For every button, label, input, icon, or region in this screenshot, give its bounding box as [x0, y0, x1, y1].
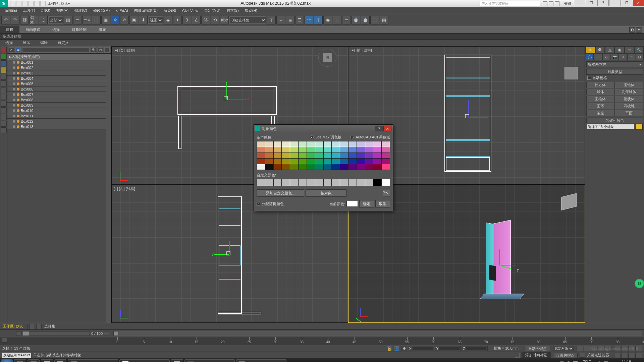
list-item[interactable]: Box005 — [7, 81, 106, 86]
color-swatch[interactable] — [332, 141, 340, 147]
curve-editor-icon[interactable]: 〰 — [305, 16, 313, 24]
close-button[interactable]: ✕ — [633, 0, 644, 6]
color-swatch[interactable] — [265, 147, 273, 153]
color-swatch[interactable] — [382, 153, 390, 158]
cat-geometry-icon[interactable]: ◯ — [586, 54, 594, 60]
color-swatch[interactable] — [274, 164, 282, 170]
qa-save-icon[interactable] — [22, 1, 28, 6]
list-item[interactable]: Box012 — [7, 119, 106, 124]
star-icon[interactable] — [549, 1, 553, 6]
nav-orbit-icon[interactable] — [621, 353, 628, 358]
color-swatch[interactable] — [290, 141, 298, 147]
color-swatch[interactable] — [348, 147, 357, 153]
autogrid-checkbox[interactable] — [587, 76, 591, 80]
snap-toggle-icon[interactable]: 3 — [182, 16, 191, 24]
cat-shapes-icon[interactable]: ◠ — [594, 54, 602, 60]
render-frame-icon[interactable]: ▭ — [342, 16, 351, 24]
ribbon-tab[interactable]: 对象绘制 — [66, 26, 93, 33]
cat-cameras-icon[interactable]: 📷 — [611, 54, 619, 60]
tab-motion-icon[interactable]: ◉ — [615, 47, 624, 53]
color-swatch[interactable] — [324, 153, 332, 158]
render-setup-icon[interactable]: ☼ — [333, 16, 341, 24]
color-swatch[interactable] — [274, 147, 282, 153]
color-swatch[interactable] — [315, 147, 323, 153]
help-button[interactable]: ? — [597, 0, 609, 6]
list-item[interactable]: Box007 — [7, 92, 106, 97]
strip-icon[interactable] — [1, 107, 7, 113]
workspace-label2[interactable]: 工作区: 默认 — [0, 324, 26, 329]
color-swatch[interactable] — [299, 159, 307, 164]
color-swatch[interactable] — [332, 147, 340, 153]
search-input[interactable]: 键入关键字或短语 — [480, 1, 540, 6]
coord-x-input[interactable] — [413, 347, 433, 350]
color-swatch[interactable] — [373, 141, 381, 147]
redo-icon[interactable]: ↷ — [11, 16, 19, 24]
custom-color-slot[interactable] — [357, 179, 365, 186]
color-swatch[interactable] — [282, 153, 290, 158]
viewport-label[interactable]: [+] [前] [线框] — [351, 48, 372, 53]
add-custom-color-button[interactable]: 添加自定义颜色... — [257, 189, 304, 197]
minimize2-button[interactable]: — — [609, 0, 621, 6]
infocenter-icon[interactable] — [543, 1, 547, 6]
qa-redo-icon[interactable] — [34, 1, 40, 6]
color-swatch[interactable] — [357, 153, 365, 158]
color-swatch[interactable] — [365, 147, 373, 153]
menu-item[interactable]: Civil View — [180, 9, 200, 13]
taskbar-item[interactable] — [54, 359, 66, 362]
eyedropper-icon[interactable]: ✎ — [383, 190, 390, 196]
timeline-ruler[interactable]: 0510152025303540455055606570758085909510… — [0, 337, 644, 345]
color-swatch[interactable] — [373, 164, 381, 170]
cat-systems-icon[interactable]: ⚙ — [636, 54, 644, 60]
nav-minmax-icon[interactable] — [635, 353, 642, 358]
current-color-swatch[interactable] — [346, 201, 358, 207]
layer-explorer-icon[interactable]: ☰ — [295, 16, 304, 24]
list-item[interactable]: Box006 — [7, 86, 106, 92]
key-icon[interactable] — [580, 353, 585, 358]
color-swatch[interactable] — [315, 164, 323, 170]
color-swatch[interactable] — [365, 153, 373, 158]
viewcube[interactable] — [565, 67, 578, 79]
custom-color-slot[interactable] — [307, 179, 315, 186]
color-swatch[interactable] — [332, 159, 340, 164]
color-swatch[interactable] — [282, 164, 290, 170]
taskbar-item[interactable] — [14, 359, 26, 362]
color-swatch[interactable] — [299, 147, 307, 153]
color-swatch[interactable] — [299, 153, 307, 158]
render-prod-icon[interactable]: 🍵 — [361, 16, 370, 24]
strip-icon[interactable] — [1, 94, 7, 100]
schematic-icon[interactable]: ◫ — [314, 16, 323, 24]
color-swatch[interactable] — [257, 153, 265, 158]
primitive-button[interactable]: 圆环 — [586, 103, 614, 109]
named-selset-dropdown[interactable]: 创建选择集 — [229, 16, 266, 24]
color-swatch[interactable] — [357, 147, 365, 153]
list-item[interactable]: Box001 — [7, 60, 106, 65]
spinner-snap-icon[interactable]: ⟲ — [211, 16, 219, 24]
track-mode-icon[interactable] — [16, 331, 21, 336]
color-swatch[interactable] — [282, 141, 290, 147]
autokey-button[interactable]: 自动关键点 — [525, 346, 550, 351]
start-button[interactable]: ⊞ — [1, 359, 13, 362]
color-swatch[interactable] — [307, 141, 315, 147]
color-swatch[interactable] — [307, 164, 315, 170]
color-swatch[interactable] — [257, 159, 265, 164]
qa-open-icon[interactable] — [16, 1, 21, 6]
primitive-button[interactable]: 平面 — [615, 110, 643, 116]
custom-color-slot[interactable] — [282, 179, 290, 186]
color-swatch[interactable] — [324, 147, 332, 153]
assist-badge[interactable]: 18 — [635, 279, 644, 288]
move-icon[interactable]: ✥ — [111, 16, 119, 24]
show-desktop[interactable] — [638, 359, 641, 362]
custom-color-slot[interactable] — [290, 179, 298, 186]
cat-lights-icon[interactable]: ☼ — [602, 54, 610, 60]
color-swatch[interactable] — [282, 147, 290, 153]
color-swatch[interactable] — [382, 159, 390, 164]
custom-color-slot[interactable] — [257, 179, 265, 186]
link-icon[interactable]: ⛓ — [20, 16, 29, 24]
object-name-input[interactable] — [587, 124, 634, 130]
ribbon-toggle-icon[interactable]: ◐ — [629, 27, 635, 33]
list-item[interactable]: Box008 — [7, 97, 106, 103]
menu-item[interactable]: 修改器(M) — [91, 8, 112, 13]
color-swatch[interactable] — [265, 141, 273, 147]
color-swatch[interactable] — [348, 159, 357, 164]
view-toggle-icon[interactable]: ◰ — [98, 47, 103, 53]
